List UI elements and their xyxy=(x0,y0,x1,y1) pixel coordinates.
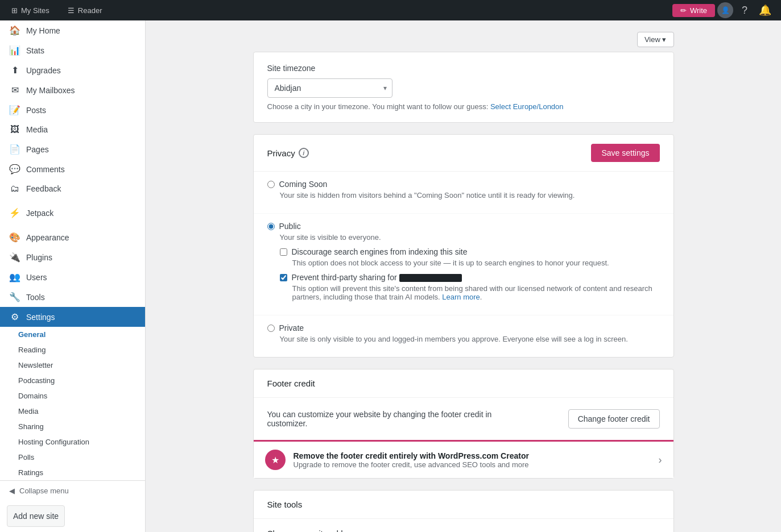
collapse-menu-label: Collapse menu xyxy=(19,487,69,495)
upgrade-star-icon: ★ xyxy=(265,450,286,470)
privacy-coming-soon-option: Coming Soon Your site is hidden from vis… xyxy=(254,172,673,214)
sidebar-sub-domains[interactable]: Domains xyxy=(0,388,145,404)
home-icon: 🏠 xyxy=(9,25,20,36)
redacted-domain xyxy=(399,274,462,282)
plugins-icon: 🔌 xyxy=(9,252,20,263)
learn-more-link[interactable]: Learn more xyxy=(442,293,480,301)
timezone-select[interactable]: Abidjan London New York Tokyo xyxy=(267,78,392,98)
reader-icon: ☰ xyxy=(68,6,75,15)
save-settings-button[interactable]: Save settings xyxy=(591,144,659,162)
topbar: ⊞ My Sites ☰ Reader ✏ Write 👤 ? 🔔 xyxy=(0,0,781,20)
topbar-right: ✏ Write 👤 ? 🔔 xyxy=(672,1,774,19)
user-avatar[interactable]: 👤 xyxy=(717,2,733,18)
reader-label: Reader xyxy=(78,6,102,15)
sidebar-item-jetpack[interactable]: ⚡ Jetpack xyxy=(0,203,145,223)
sidebar-item-upgrades[interactable]: ⬆ Upgrades xyxy=(0,60,145,80)
pages-icon: 📄 xyxy=(9,144,20,155)
discourage-label[interactable]: Discourage search engines from indexing … xyxy=(280,247,660,256)
tools-icon: 🔧 xyxy=(9,292,20,302)
view-button[interactable]: View ▾ xyxy=(637,32,674,47)
help-button[interactable]: ? xyxy=(735,1,754,19)
sidebar-sub-general[interactable]: General xyxy=(0,327,145,342)
sidebar-item-comments[interactable]: 💬 Comments xyxy=(0,159,145,179)
sidebar-item-my-home[interactable]: 🏠 My Home xyxy=(0,20,145,40)
sidebar-label-settings: Settings xyxy=(26,313,55,322)
sidebar-sub-hosting-configuration[interactable]: Hosting Configuration xyxy=(0,434,145,450)
timezone-guess-link[interactable]: Select Europe/London xyxy=(490,102,564,111)
sidebar-sub-podcasting[interactable]: Podcasting xyxy=(0,373,145,388)
public-radio[interactable] xyxy=(267,223,275,230)
sidebar-bottom: ◀ Collapse menu Add new site xyxy=(0,480,145,532)
sidebar-label-feedback: Feedback xyxy=(26,184,61,193)
view-btn-wrap: View ▾ xyxy=(253,32,674,47)
sidebar-sub-ratings[interactable]: Ratings xyxy=(0,465,145,480)
site-tools-card: Site tools Change your site address Regi… xyxy=(253,490,674,532)
sidebar-sub-newsletter[interactable]: Newsletter xyxy=(0,358,145,373)
privacy-info-icon[interactable]: i xyxy=(299,148,309,158)
prevent-label[interactable]: Prevent third-party sharing for xyxy=(280,273,660,282)
sidebar-sub-reading[interactable]: Reading xyxy=(0,342,145,358)
sidebar-item-pages[interactable]: 📄 Pages xyxy=(0,139,145,159)
sidebar-sub-media[interactable]: Media xyxy=(0,404,145,419)
public-text: Public xyxy=(279,222,301,231)
upgrade-title: Remove the footer credit entirely with W… xyxy=(294,451,651,460)
collapse-menu-button[interactable]: ◀ Collapse menu xyxy=(0,481,145,501)
reader-btn[interactable]: ☰ Reader xyxy=(63,0,107,20)
sidebar-item-media[interactable]: 🖼 Media xyxy=(0,120,145,139)
timezone-hint: Choose a city in your timezone. You migh… xyxy=(267,102,660,111)
sidebar-item-posts[interactable]: 📝 Posts xyxy=(0,100,145,120)
private-text: Private xyxy=(279,323,304,332)
coming-soon-desc: Your site is hidden from visitors behind… xyxy=(280,191,660,200)
sidebar-label-mailboxes: My Mailboxes xyxy=(26,86,75,95)
private-radio[interactable] xyxy=(267,325,275,332)
timezone-section: Site timezone Abidjan London New York To… xyxy=(254,52,673,122)
my-sites-btn[interactable]: ⊞ My Sites xyxy=(7,0,54,20)
change-footer-credit-button[interactable]: Change footer credit xyxy=(568,409,660,429)
coming-soon-radio[interactable] xyxy=(267,181,275,188)
change-site-address-row[interactable]: Change your site address Register a new … xyxy=(254,519,673,532)
site-tools-title: Site tools xyxy=(267,500,303,509)
sidebar-label-posts: Posts xyxy=(26,106,46,115)
sidebar-label-jetpack: Jetpack xyxy=(26,209,53,218)
discourage-desc: This option does not block access to you… xyxy=(292,259,660,267)
footer-credit-body: You can customize your website by changi… xyxy=(254,398,673,440)
add-new-site-button[interactable]: Add new site xyxy=(7,505,65,527)
sidebar-item-users[interactable]: 👥 Users xyxy=(0,267,145,287)
sidebar-item-feedback[interactable]: 🗂 Feedback xyxy=(0,179,145,198)
privacy-header: Privacy i Save settings xyxy=(254,135,673,172)
sidebar-item-stats[interactable]: 📊 Stats xyxy=(0,40,145,60)
upgrade-banner[interactable]: ★ Remove the footer credit entirely with… xyxy=(254,440,673,478)
privacy-public-option: Public Your site is visible to everyone.… xyxy=(254,214,673,315)
upgrade-desc: Upgrade to remove the footer credit, use… xyxy=(294,460,651,469)
sidebar-item-tools[interactable]: 🔧 Tools xyxy=(0,287,145,307)
privacy-card: Privacy i Save settings Coming Soon Your… xyxy=(253,134,674,358)
upgrade-chevron-icon: › xyxy=(659,454,662,466)
wp-icon: ⊞ xyxy=(11,6,18,15)
feedback-icon: 🗂 xyxy=(9,184,20,194)
discourage-text: Discourage search engines from indexing … xyxy=(292,247,468,256)
coming-soon-label[interactable]: Coming Soon xyxy=(267,180,660,189)
sidebar-item-my-mailboxes[interactable]: ✉ My Mailboxes xyxy=(0,80,145,100)
write-label: Write xyxy=(690,6,707,15)
write-button[interactable]: ✏ Write xyxy=(672,4,715,17)
sidebar-label-media: Media xyxy=(26,125,48,134)
sidebar-item-settings[interactable]: ⚙ Settings xyxy=(0,307,145,327)
sidebar-label-tools: Tools xyxy=(26,293,45,302)
timezone-title: Site timezone xyxy=(267,64,660,73)
upgrade-text-wrap: Remove the footer credit entirely with W… xyxy=(294,451,651,469)
sidebar: 🏠 My Home 📊 Stats ⬆ Upgrades ✉ My Mailbo… xyxy=(0,20,146,532)
private-label[interactable]: Private xyxy=(267,323,660,332)
sidebar-sub-sharing[interactable]: Sharing xyxy=(0,419,145,434)
discourage-checkbox[interactable] xyxy=(280,248,287,256)
notifications-button[interactable]: 🔔 xyxy=(756,1,774,19)
comments-icon: 💬 xyxy=(9,164,20,174)
public-label[interactable]: Public xyxy=(267,222,660,231)
sidebar-sub-polls[interactable]: Polls xyxy=(0,450,145,465)
sidebar-item-appearance[interactable]: 🎨 Appearance xyxy=(0,227,145,247)
sidebar-label-upgrades: Upgrades xyxy=(26,66,61,75)
footer-credit-text: You can customize your website by changi… xyxy=(267,410,506,428)
sidebar-item-plugins[interactable]: 🔌 Plugins xyxy=(0,247,145,267)
stats-icon: 📊 xyxy=(9,45,20,56)
prevent-checkbox[interactable] xyxy=(280,274,287,281)
settings-icon: ⚙ xyxy=(9,311,20,322)
